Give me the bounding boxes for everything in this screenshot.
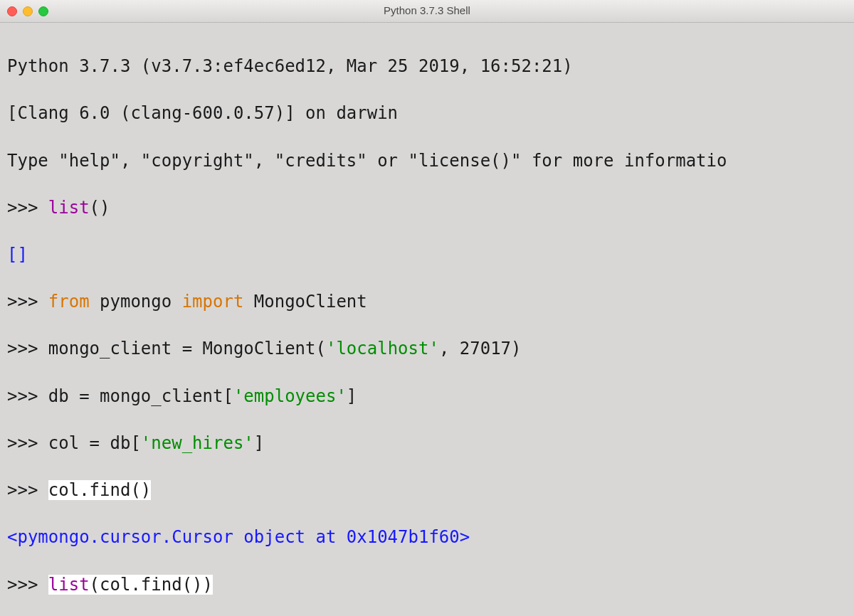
code-token: ] [254,433,264,453]
string-token: 'new_hires' [141,433,254,453]
code-token: , 27017) [439,339,522,359]
keyword: from [48,292,90,312]
code-token: () [90,198,110,218]
code-token: MongoClient [243,292,367,312]
shell-output[interactable]: Python 3.7.3 (v3.7.3:ef4ec6ed12, Mar 25 … [0,23,854,616]
minimize-icon[interactable] [23,6,33,16]
code-token: col = db[ [48,433,141,453]
prompt: >>> [7,292,48,312]
traffic-lights [7,6,48,16]
input-line: >>> mongo_client = MongoClient('localhos… [7,337,847,361]
code-token: list [48,198,90,218]
code-highlight: (col.find()) [90,575,213,595]
output-line: <pymongo.cursor.Cursor object at 0x1047b… [7,526,847,549]
input-line: >>> list() [7,196,847,220]
banner-line: Type "help", "copyright", "credits" or "… [7,149,847,173]
input-line: >>> list(col.find()) [7,573,847,597]
keyword: import [182,292,244,312]
prompt: >>> [7,198,48,218]
code-token: db = mongo_client[ [48,386,233,406]
output-line: [] [7,243,847,267]
zoom-icon[interactable] [38,6,48,16]
input-line: >>> col.find() [7,479,847,502]
banner-line: Python 3.7.3 (v3.7.3:ef4ec6ed12, Mar 25 … [7,55,847,78]
prompt: >>> [7,480,48,500]
prompt: >>> [7,386,48,406]
input-line: >>> from pymongo import MongoClient [7,290,847,314]
code-highlight: col.find() [48,480,152,500]
input-line: >>> col = db['new_hires'] [7,432,847,455]
window-titlebar: Python 3.7.3 Shell [0,0,854,23]
code-token: mongo_client = MongoClient( [48,339,326,359]
prompt: >>> [7,433,48,453]
input-line: >>> db = mongo_client['employees'] [7,385,847,408]
code-token: pymongo [90,292,182,312]
prompt: >>> [7,339,48,359]
window-title: Python 3.7.3 Shell [7,4,847,18]
string-token: 'localhost' [326,339,439,359]
code-highlight: list [48,575,90,595]
string-token: 'employees' [233,386,347,406]
prompt: >>> [7,575,48,595]
code-token: ] [347,386,357,406]
banner-line: [Clang 6.0 (clang-600.0.57)] on darwin [7,102,847,125]
close-icon[interactable] [7,6,17,16]
